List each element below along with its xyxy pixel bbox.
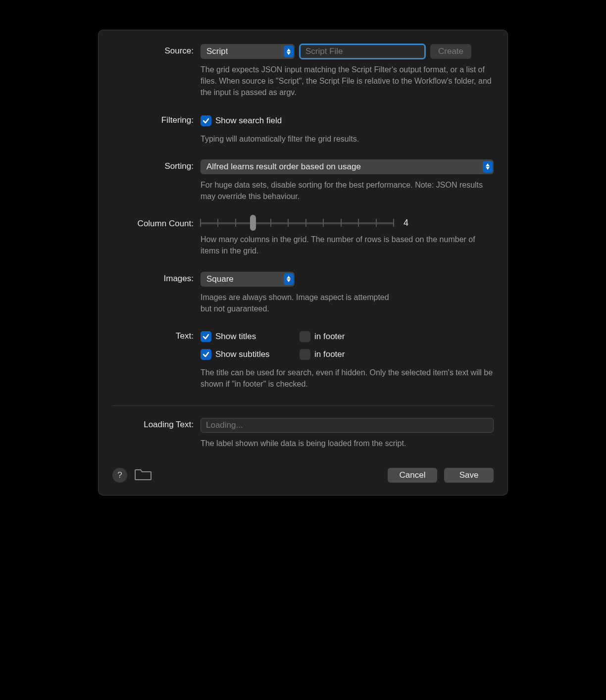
images-select-value: Square <box>206 274 234 284</box>
settings-panel: Source: Script Create The grid expects J… <box>98 30 508 496</box>
text-row: Text: Show titles in footer Show subtitl… <box>112 329 494 400</box>
images-help: Images are always shown. Image aspect is… <box>201 292 399 314</box>
loading-text-input[interactable] <box>201 418 494 433</box>
slider-tick <box>323 219 324 227</box>
save-button[interactable]: Save <box>444 468 494 483</box>
slider-tick <box>358 219 359 227</box>
loading-text-row: Loading Text: The label shown while data… <box>112 418 494 453</box>
show-search-checkbox[interactable] <box>201 115 211 126</box>
subtitles-footer-checkbox[interactable] <box>300 349 310 360</box>
cancel-button[interactable]: Cancel <box>388 468 437 483</box>
updown-icon <box>284 273 294 285</box>
slider-tick <box>235 219 236 227</box>
svg-marker-5 <box>287 279 291 282</box>
show-titles-label: Show titles <box>215 332 256 342</box>
source-label: Source: <box>112 44 201 56</box>
slider-track <box>201 222 394 224</box>
svg-marker-2 <box>486 163 490 166</box>
show-subtitles-checkbox[interactable] <box>201 349 211 360</box>
filtering-help: Typing will automatically filter the gri… <box>201 133 494 145</box>
create-button[interactable]: Create <box>430 44 471 59</box>
slider-tick <box>341 219 342 227</box>
slider-tick <box>288 219 289 227</box>
divider <box>112 405 494 406</box>
column-count-slider[interactable] <box>201 217 394 229</box>
slider-tick <box>393 219 394 227</box>
updown-icon <box>284 46 294 57</box>
slider-tick <box>217 219 218 227</box>
slider-tick <box>270 219 271 227</box>
slider-thumb[interactable] <box>250 215 256 231</box>
column-count-help: How many columns in the grid. The number… <box>201 234 494 256</box>
help-icon[interactable]: ? <box>112 468 127 483</box>
column-count-label: Column Count: <box>112 217 201 229</box>
sorting-label: Sorting: <box>112 159 201 171</box>
footer: ? Cancel Save <box>112 467 494 483</box>
loading-text-label: Loading Text: <box>112 418 201 430</box>
slider-tick <box>376 219 377 227</box>
sorting-select-value: Alfred learns result order based on usag… <box>206 162 361 172</box>
svg-marker-3 <box>486 167 490 170</box>
svg-marker-1 <box>287 52 291 55</box>
column-count-row: Column Count: 4 How many columns in the … <box>112 217 494 267</box>
titles-footer-label: in footer <box>314 332 345 342</box>
subtitles-footer-label: in footer <box>314 350 345 359</box>
show-search-label: Show search field <box>215 116 282 126</box>
images-label: Images: <box>112 272 201 284</box>
slider-tick <box>305 219 306 227</box>
script-file-input[interactable] <box>300 44 425 59</box>
column-count-value: 4 <box>404 218 413 228</box>
sorting-select[interactable]: Alfred learns result order based on usag… <box>201 159 494 174</box>
titles-footer-checkbox[interactable] <box>300 331 310 342</box>
show-titles-checkbox[interactable] <box>201 331 211 342</box>
images-select[interactable]: Square <box>201 272 295 287</box>
source-select-value: Script <box>206 47 228 56</box>
filtering-row: Filtering: Show search field Typing will… <box>112 113 494 155</box>
filtering-label: Filtering: <box>112 113 201 125</box>
sorting-row: Sorting: Alfred learns result order base… <box>112 159 494 213</box>
loading-text-help: The label shown while data is being load… <box>201 438 494 449</box>
show-subtitles-label: Show subtitles <box>215 350 270 359</box>
svg-marker-4 <box>287 276 291 279</box>
text-help: The title can be used for search, even i… <box>201 367 494 390</box>
source-select[interactable]: Script <box>201 44 295 59</box>
slider-tick <box>200 219 201 227</box>
sorting-help: For huge data sets, disable sorting for … <box>201 179 494 202</box>
svg-marker-0 <box>287 49 291 51</box>
images-row: Images: Square Images are always shown. … <box>112 272 494 325</box>
updown-icon <box>483 161 493 173</box>
folder-icon[interactable] <box>134 467 152 483</box>
text-label: Text: <box>112 329 201 341</box>
source-row: Source: Script Create The grid expects J… <box>112 44 494 109</box>
source-help: The grid expects JSON input matching the… <box>201 64 494 99</box>
